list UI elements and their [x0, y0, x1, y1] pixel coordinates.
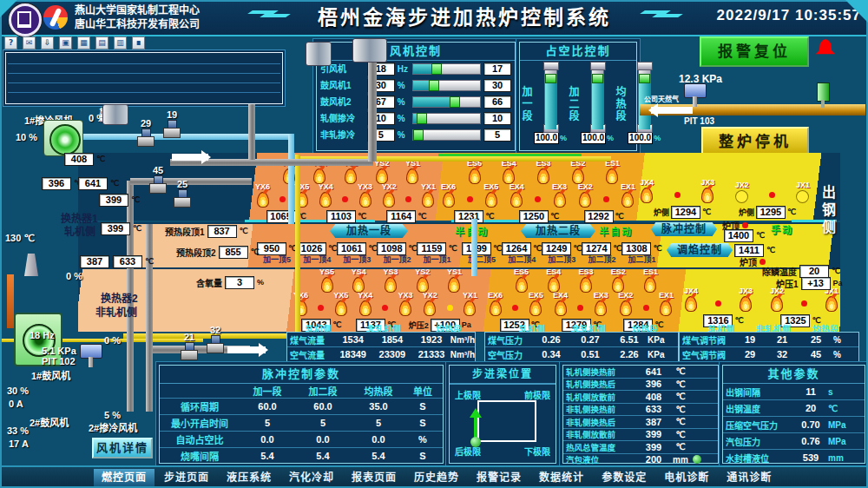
burner[interactable] [801, 300, 807, 312]
valve-21[interactable]: 21 [181, 332, 198, 360]
burner[interactable]: YX5 [333, 291, 348, 316]
nav-tab[interactable]: 参数设定 [594, 469, 654, 486]
burner[interactable]: YX3 [358, 182, 372, 208]
burner[interactable]: ES3 [536, 159, 550, 184]
burner[interactable] [535, 196, 541, 208]
burner[interactable]: ES2 [570, 159, 585, 184]
valve-32[interactable]: 32 [207, 325, 224, 353]
burner[interactable]: EX6 [441, 182, 456, 208]
burner[interactable]: YX4 [358, 291, 372, 316]
fan-slider[interactable] [412, 129, 481, 141]
burner[interactable]: JX4 [640, 178, 654, 203]
window-icon[interactable]: ▥ [114, 36, 127, 49]
valve-19[interactable]: 19 [163, 109, 181, 138]
pulse-control-button[interactable]: 脉冲控制 [651, 222, 717, 236]
burner[interactable]: ES2 [611, 267, 626, 293]
burner[interactable] [577, 305, 583, 316]
fan-slider[interactable] [412, 113, 481, 124]
burner[interactable] [674, 192, 681, 203]
burner[interactable] [512, 305, 518, 316]
report-icon[interactable]: ▤ [95, 36, 108, 49]
nav-tab[interactable]: 步进页面 [156, 469, 217, 486]
fan1c-icon[interactable] [43, 120, 83, 156]
burner[interactable]: JX3 [739, 287, 753, 312]
burner[interactable] [382, 305, 388, 316]
help-icon[interactable]: ? [4, 36, 17, 49]
burner[interactable]: YX1 [463, 291, 477, 316]
flame-control-button[interactable]: 调焰控制 [667, 243, 733, 257]
burner[interactable]: EX6 [488, 291, 503, 316]
nav-tab[interactable]: 燃控页面 [94, 469, 155, 486]
duty-slider[interactable] [544, 64, 557, 130]
burner[interactable]: EX2 [578, 182, 593, 208]
folder-icon[interactable]: ▣ [59, 36, 72, 49]
alarm-reset-button[interactable]: 报警复位 [700, 36, 809, 67]
nav-tab[interactable]: 液压系统 [219, 469, 279, 486]
burner[interactable]: YX2 [382, 182, 397, 208]
burner[interactable]: YS3 [383, 267, 398, 293]
burner[interactable]: JX2 [770, 287, 784, 312]
burner[interactable]: ES5 [467, 159, 482, 184]
burner[interactable]: ES4 [502, 159, 516, 184]
nav-tab[interactable]: 报表页面 [344, 469, 404, 486]
burner[interactable] [769, 192, 775, 203]
burner[interactable]: ES3 [578, 267, 593, 293]
download-icon[interactable]: ⇩ [41, 36, 54, 49]
nav-tab[interactable]: 数据统计 [531, 469, 592, 486]
burner[interactable]: EX1 [659, 291, 674, 316]
valve-25[interactable]: 25 [174, 179, 191, 208]
burner[interactable]: ES4 [546, 267, 561, 293]
burner[interactable] [405, 196, 411, 208]
lock-icon[interactable]: ∎ [132, 36, 145, 49]
burner[interactable] [715, 300, 721, 312]
burner[interactable]: EX5 [529, 291, 543, 316]
burner[interactable] [643, 305, 649, 316]
burner[interactable]: EX4 [510, 182, 524, 208]
burner[interactable]: EX3 [594, 291, 608, 316]
burner[interactable]: YS1 [447, 267, 462, 293]
burner[interactable]: JX4 [684, 287, 698, 312]
fan-slider[interactable] [412, 80, 481, 91]
burner[interactable]: YS4 [352, 267, 366, 293]
burner[interactable]: YX1 [421, 182, 436, 208]
duty-slider[interactable] [591, 64, 604, 130]
mail-icon[interactable]: ✉ [23, 36, 36, 49]
burner[interactable]: YS1 [405, 159, 420, 184]
burner[interactable]: EX4 [553, 291, 568, 316]
chart-icon[interactable]: ▦ [77, 36, 90, 49]
burner[interactable]: YS2 [374, 159, 389, 184]
burner[interactable]: YX3 [398, 291, 413, 316]
burner[interactable] [342, 196, 348, 208]
burner[interactable]: ES1 [605, 159, 620, 184]
burner[interactable]: YS5 [319, 267, 334, 293]
burner[interactable] [318, 305, 324, 316]
nav-tab[interactable]: 通讯诊断 [719, 469, 779, 486]
nav-tab[interactable]: 报警记录 [469, 469, 529, 486]
fan-slider[interactable] [412, 63, 481, 75]
nav-tab[interactable]: 汽化冷却 [281, 469, 342, 486]
burner[interactable]: YX4 [319, 182, 333, 208]
alarm-list-box[interactable] [5, 52, 283, 104]
burner[interactable] [447, 305, 453, 316]
burner[interactable]: EX3 [552, 182, 567, 208]
burner[interactable]: EX1 [621, 182, 635, 208]
valve-29[interactable]: 29 [137, 118, 155, 147]
burner[interactable] [467, 196, 473, 208]
burner[interactable]: JX3 [700, 178, 714, 203]
burner[interactable] [603, 196, 609, 208]
burner[interactable]: YX6 [255, 182, 270, 208]
nav-tab[interactable]: 电机诊断 [656, 469, 717, 486]
burner[interactable]: ES5 [514, 267, 529, 293]
burner[interactable]: JX2 [735, 181, 749, 203]
fan-details-button[interactable]: 风机详情 [92, 438, 153, 458]
burner[interactable]: ES1 [643, 267, 658, 293]
burner[interactable]: JX1 [796, 181, 810, 203]
burner[interactable]: EX5 [483, 182, 498, 208]
burner[interactable]: YX2 [423, 291, 437, 316]
burner[interactable]: YS2 [415, 267, 430, 293]
fan-slider[interactable] [412, 96, 481, 108]
zone1-button[interactable]: 加热一段 [330, 224, 408, 238]
valve-45[interactable]: 45 [149, 165, 167, 194]
nav-tab[interactable]: 历史趋势 [406, 469, 467, 486]
burner[interactable] [279, 196, 286, 208]
